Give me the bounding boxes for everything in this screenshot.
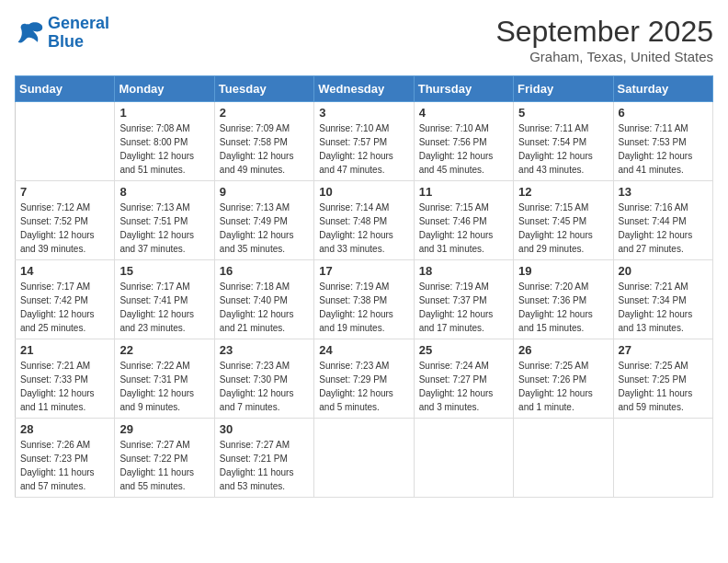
calendar-cell: 28Sunrise: 7:26 AMSunset: 7:23 PMDayligh… xyxy=(16,419,115,498)
day-number: 5 xyxy=(518,106,608,120)
title-block: September 2025 Graham, Texas, United Sta… xyxy=(495,15,713,64)
calendar-cell xyxy=(414,419,513,498)
weekday-header: Wednesday xyxy=(314,76,414,102)
calendar-week-row: 14Sunrise: 7:17 AMSunset: 7:42 PMDayligh… xyxy=(16,260,713,339)
day-number: 16 xyxy=(220,264,309,278)
calendar-cell: 29Sunrise: 7:27 AMSunset: 7:22 PMDayligh… xyxy=(115,419,214,498)
day-info: Sunrise: 7:14 AMSunset: 7:48 PMDaylight:… xyxy=(319,201,408,256)
day-number: 13 xyxy=(619,185,708,199)
calendar-cell: 10Sunrise: 7:14 AMSunset: 7:48 PMDayligh… xyxy=(314,181,414,260)
calendar-table: SundayMondayTuesdayWednesdayThursdayFrid… xyxy=(15,75,713,498)
calendar-cell: 11Sunrise: 7:15 AMSunset: 7:46 PMDayligh… xyxy=(414,181,513,260)
calendar-cell: 25Sunrise: 7:24 AMSunset: 7:27 PMDayligh… xyxy=(414,339,513,419)
day-info: Sunrise: 7:23 AMSunset: 7:30 PMDaylight:… xyxy=(220,359,309,414)
day-number: 22 xyxy=(119,343,209,357)
day-info: Sunrise: 7:21 AMSunset: 7:33 PMDaylight:… xyxy=(20,359,109,414)
location-subtitle: Graham, Texas, United States xyxy=(495,49,713,64)
day-info: Sunrise: 7:11 AMSunset: 7:54 PMDaylight:… xyxy=(518,121,608,177)
day-number: 18 xyxy=(419,264,508,278)
day-info: Sunrise: 7:12 AMSunset: 7:52 PMDaylight:… xyxy=(20,201,109,256)
day-number: 24 xyxy=(319,343,408,357)
calendar-cell: 8Sunrise: 7:13 AMSunset: 7:51 PMDaylight… xyxy=(115,181,214,260)
day-number: 8 xyxy=(119,185,209,199)
day-info: Sunrise: 7:19 AMSunset: 7:38 PMDaylight:… xyxy=(319,280,408,335)
calendar-cell: 24Sunrise: 7:23 AMSunset: 7:29 PMDayligh… xyxy=(314,339,414,419)
calendar-cell: 12Sunrise: 7:15 AMSunset: 7:45 PMDayligh… xyxy=(514,181,613,260)
calendar-cell: 7Sunrise: 7:12 AMSunset: 7:52 PMDaylight… xyxy=(16,181,115,260)
day-info: Sunrise: 7:08 AMSunset: 8:00 PMDaylight:… xyxy=(119,121,209,177)
day-info: Sunrise: 7:13 AMSunset: 7:49 PMDaylight:… xyxy=(220,201,309,256)
day-number: 10 xyxy=(319,185,408,199)
header-row: SundayMondayTuesdayWednesdayThursdayFrid… xyxy=(16,76,713,102)
month-title: September 2025 xyxy=(495,15,713,49)
day-number: 23 xyxy=(220,343,309,357)
day-number: 1 xyxy=(119,106,209,120)
day-info: Sunrise: 7:16 AMSunset: 7:44 PMDaylight:… xyxy=(619,201,708,256)
page-header: General Blue September 2025 Graham, Texa… xyxy=(15,15,713,64)
logo-text: General Blue xyxy=(48,15,109,52)
logo-icon xyxy=(15,20,44,46)
calendar-week-row: 1Sunrise: 7:08 AMSunset: 8:00 PMDaylight… xyxy=(16,102,713,181)
calendar-cell: 23Sunrise: 7:23 AMSunset: 7:30 PMDayligh… xyxy=(214,339,313,419)
day-info: Sunrise: 7:15 AMSunset: 7:46 PMDaylight:… xyxy=(419,201,508,256)
calendar-cell: 9Sunrise: 7:13 AMSunset: 7:49 PMDaylight… xyxy=(214,181,313,260)
day-number: 6 xyxy=(619,106,708,120)
day-number: 11 xyxy=(419,185,508,199)
day-info: Sunrise: 7:19 AMSunset: 7:37 PMDaylight:… xyxy=(419,280,508,335)
day-info: Sunrise: 7:17 AMSunset: 7:42 PMDaylight:… xyxy=(20,280,109,335)
day-number: 29 xyxy=(119,422,209,436)
day-info: Sunrise: 7:22 AMSunset: 7:31 PMDaylight:… xyxy=(119,359,209,414)
day-info: Sunrise: 7:18 AMSunset: 7:40 PMDaylight:… xyxy=(220,280,309,335)
day-number: 30 xyxy=(220,422,309,436)
weekday-header: Saturday xyxy=(613,76,712,102)
day-number: 20 xyxy=(619,264,708,278)
calendar-cell: 21Sunrise: 7:21 AMSunset: 7:33 PMDayligh… xyxy=(16,339,115,419)
day-info: Sunrise: 7:23 AMSunset: 7:29 PMDaylight:… xyxy=(319,359,408,414)
day-info: Sunrise: 7:21 AMSunset: 7:34 PMDaylight:… xyxy=(619,280,708,335)
day-info: Sunrise: 7:25 AMSunset: 7:26 PMDaylight:… xyxy=(518,359,608,414)
calendar-cell: 13Sunrise: 7:16 AMSunset: 7:44 PMDayligh… xyxy=(613,181,712,260)
day-number: 26 xyxy=(518,343,608,357)
day-number: 4 xyxy=(419,106,508,120)
day-info: Sunrise: 7:20 AMSunset: 7:36 PMDaylight:… xyxy=(518,280,608,335)
day-info: Sunrise: 7:25 AMSunset: 7:25 PMDaylight:… xyxy=(619,359,708,414)
day-number: 17 xyxy=(319,264,408,278)
day-info: Sunrise: 7:09 AMSunset: 7:58 PMDaylight:… xyxy=(220,121,309,177)
calendar-cell: 6Sunrise: 7:11 AMSunset: 7:53 PMDaylight… xyxy=(613,102,712,181)
day-number: 7 xyxy=(20,185,109,199)
day-number: 28 xyxy=(20,422,109,436)
day-info: Sunrise: 7:17 AMSunset: 7:41 PMDaylight:… xyxy=(119,280,209,335)
calendar-cell: 19Sunrise: 7:20 AMSunset: 7:36 PMDayligh… xyxy=(514,260,613,339)
day-number: 3 xyxy=(319,106,408,120)
calendar-cell: 17Sunrise: 7:19 AMSunset: 7:38 PMDayligh… xyxy=(314,260,414,339)
day-info: Sunrise: 7:11 AMSunset: 7:53 PMDaylight:… xyxy=(619,121,708,177)
weekday-header: Sunday xyxy=(16,76,115,102)
day-info: Sunrise: 7:10 AMSunset: 7:56 PMDaylight:… xyxy=(419,121,508,177)
logo: General Blue xyxy=(15,15,109,52)
day-info: Sunrise: 7:15 AMSunset: 7:45 PMDaylight:… xyxy=(518,201,608,256)
calendar-week-row: 7Sunrise: 7:12 AMSunset: 7:52 PMDaylight… xyxy=(16,181,713,260)
day-number: 27 xyxy=(619,343,708,357)
calendar-cell: 16Sunrise: 7:18 AMSunset: 7:40 PMDayligh… xyxy=(214,260,313,339)
calendar-week-row: 28Sunrise: 7:26 AMSunset: 7:23 PMDayligh… xyxy=(16,419,713,498)
calendar-cell: 20Sunrise: 7:21 AMSunset: 7:34 PMDayligh… xyxy=(613,260,712,339)
calendar-week-row: 21Sunrise: 7:21 AMSunset: 7:33 PMDayligh… xyxy=(16,339,713,419)
calendar-cell: 18Sunrise: 7:19 AMSunset: 7:37 PMDayligh… xyxy=(414,260,513,339)
day-number: 9 xyxy=(220,185,309,199)
day-info: Sunrise: 7:24 AMSunset: 7:27 PMDaylight:… xyxy=(419,359,508,414)
day-number: 14 xyxy=(20,264,109,278)
calendar-cell: 5Sunrise: 7:11 AMSunset: 7:54 PMDaylight… xyxy=(514,102,613,181)
weekday-header: Thursday xyxy=(414,76,513,102)
day-number: 2 xyxy=(220,106,309,120)
calendar-cell: 1Sunrise: 7:08 AMSunset: 8:00 PMDaylight… xyxy=(115,102,214,181)
calendar-cell xyxy=(613,419,712,498)
calendar-cell xyxy=(314,419,414,498)
day-info: Sunrise: 7:10 AMSunset: 7:57 PMDaylight:… xyxy=(319,121,408,177)
calendar-cell: 14Sunrise: 7:17 AMSunset: 7:42 PMDayligh… xyxy=(16,260,115,339)
day-number: 19 xyxy=(518,264,608,278)
calendar-cell: 26Sunrise: 7:25 AMSunset: 7:26 PMDayligh… xyxy=(514,339,613,419)
calendar-cell: 2Sunrise: 7:09 AMSunset: 7:58 PMDaylight… xyxy=(214,102,313,181)
day-number: 15 xyxy=(119,264,209,278)
calendar-cell: 3Sunrise: 7:10 AMSunset: 7:57 PMDaylight… xyxy=(314,102,414,181)
day-info: Sunrise: 7:13 AMSunset: 7:51 PMDaylight:… xyxy=(119,201,209,256)
